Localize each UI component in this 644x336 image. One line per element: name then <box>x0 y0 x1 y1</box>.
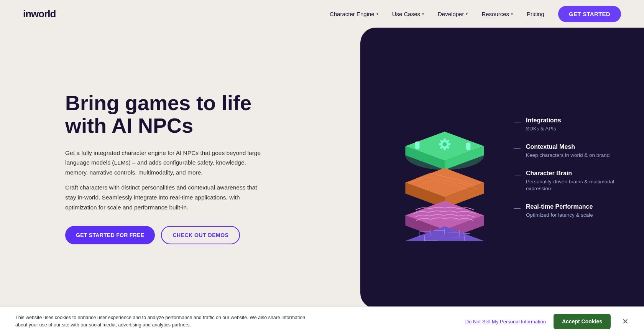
svg-rect-8 <box>439 143 441 145</box>
svg-rect-6 <box>444 138 446 141</box>
feature-title-integrations: Integrations <box>526 117 561 124</box>
nav-get-started-button[interactable]: GET STARTED <box>558 6 621 22</box>
hero-visual: — Integrations SDKs & APIs — Contextual … <box>360 28 644 308</box>
nav-developer[interactable]: Developer ▾ <box>438 11 468 17</box>
hero-section: Bring games to life with AI NPCs Get a f… <box>0 28 644 308</box>
chevron-down-icon: ▾ <box>422 12 424 16</box>
feature-desc-character-brain: Personality-driven brains & multimodal e… <box>526 178 621 193</box>
feature-desc-realtime: Optimized for latency & scale <box>526 212 593 219</box>
cookie-close-button[interactable]: ✕ <box>622 317 629 326</box>
hero-buttons: GET STARTED FOR FREE CHECK OUT DEMOS <box>65 226 268 244</box>
cookie-banner: This website uses cookies to enhance use… <box>0 306 644 336</box>
feature-dash: — <box>514 118 521 126</box>
nav-links: Character Engine ▾ Use Cases ▾ Developer… <box>330 6 621 22</box>
chevron-down-icon: ▾ <box>376 12 378 16</box>
feature-realtime-performance: — Real-time Performance Optimized for la… <box>514 203 621 219</box>
feature-dash-3: — <box>514 171 521 179</box>
get-started-button[interactable]: GET STARTED FOR FREE <box>65 226 155 244</box>
svg-point-16 <box>415 142 419 144</box>
nav-resources[interactable]: Resources ▾ <box>481 11 513 17</box>
svg-point-19 <box>466 143 470 145</box>
navigation: inworld Character Engine ▾ Use Cases ▾ D… <box>0 0 644 28</box>
check-out-demos-button[interactable]: CHECK OUT DEMOS <box>161 226 240 244</box>
feature-character-brain: — Character Brain Personality-driven bra… <box>514 170 621 193</box>
layers-illustration <box>391 95 498 241</box>
svg-rect-9 <box>449 143 451 145</box>
feature-title-realtime: Real-time Performance <box>526 203 593 210</box>
chevron-down-icon: ▾ <box>511 12 513 16</box>
feature-contextual-mesh: — Contextual Mesh Keep characters in wor… <box>514 143 621 159</box>
hero-title: Bring games to life with AI NPCs <box>65 92 268 137</box>
cookie-actions: Do Not Sell My Personal Information Acce… <box>465 314 629 329</box>
cookie-text: This website uses cookies to enhance use… <box>15 314 314 329</box>
svg-rect-7 <box>444 148 446 150</box>
chevron-down-icon: ▾ <box>466 12 468 16</box>
svg-point-5 <box>442 142 447 147</box>
feature-title-contextual-mesh: Contextual Mesh <box>526 143 610 150</box>
feature-title-character-brain: Character Brain <box>526 170 621 177</box>
feature-desc-contextual-mesh: Keep characters in world & on brand <box>526 152 610 159</box>
features-list: — Integrations SDKs & APIs — Contextual … <box>514 117 621 219</box>
hero-desc1: Get a fully integrated character engine … <box>65 148 268 178</box>
hero-text: Bring games to life with AI NPCs Get a f… <box>65 92 268 244</box>
nav-character-engine[interactable]: Character Engine ▾ <box>330 11 378 17</box>
accept-cookies-button[interactable]: Accept Cookies <box>554 314 611 329</box>
logo[interactable]: inworld <box>23 8 56 20</box>
nav-use-cases[interactable]: Use Cases ▾ <box>392 11 424 17</box>
visual-inner: — Integrations SDKs & APIs — Contextual … <box>360 80 644 256</box>
feature-desc-integrations: SDKs & APIs <box>526 125 561 133</box>
nav-pricing[interactable]: Pricing <box>527 11 544 17</box>
do-not-sell-link[interactable]: Do Not Sell My Personal Information <box>465 319 546 324</box>
feature-dash-2: — <box>514 144 521 152</box>
feature-integrations: — Integrations SDKs & APIs <box>514 117 621 133</box>
feature-dash-4: — <box>514 204 521 212</box>
hero-desc2: Craft characters with distinct personali… <box>65 183 268 212</box>
